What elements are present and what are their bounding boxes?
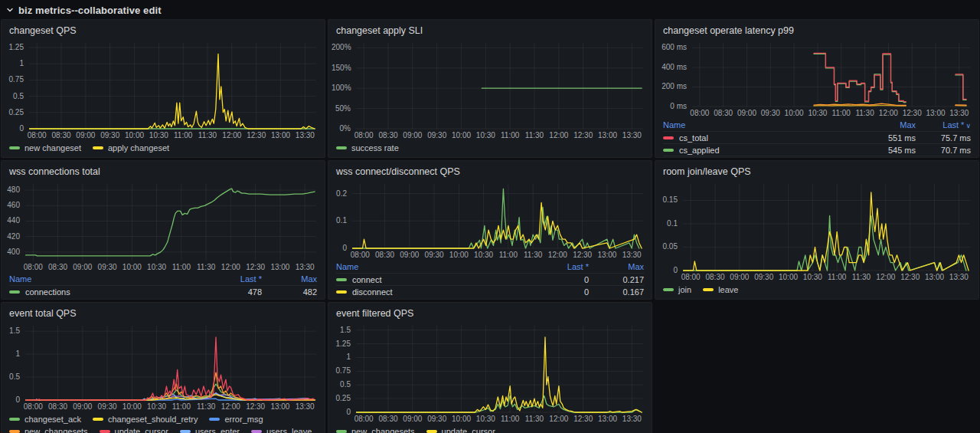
legend-item[interactable]: changeset_should_retry: [93, 415, 198, 424]
legend-series-name[interactable]: disconnect: [336, 287, 534, 297]
legend-table-header-name[interactable]: Name: [9, 274, 207, 284]
legend-label: update_cursor: [442, 427, 495, 433]
legend-table-row: disconnect00.167: [336, 285, 644, 297]
legend-table-header-max[interactable]: Max: [262, 274, 317, 284]
legend-label: success rate: [351, 143, 399, 153]
legend-swatch: [663, 149, 674, 152]
legend-series-name[interactable]: cs_total: [663, 133, 861, 143]
legend-item[interactable]: error_msg: [209, 415, 263, 424]
legend-series-name[interactable]: connect: [336, 275, 534, 284]
chevron-down-icon: [6, 6, 14, 14]
legend-table-header-max[interactable]: Max: [861, 120, 916, 130]
panel-title[interactable]: event total QPS: [2, 303, 325, 320]
legend-value: 0: [534, 287, 589, 297]
legend-value: 478: [207, 287, 262, 297]
legend-label: update_cursor: [115, 427, 168, 433]
grafana-dashboard: biz metrics--collaborative edit changese…: [0, 0, 980, 433]
panel-title[interactable]: room join/leave QPS: [655, 161, 978, 179]
chart-plot-area[interactable]: 0 ms200 ms400 ms600 ms08:0008:3009:0009:…: [658, 39, 974, 119]
chart-canvas: [332, 322, 647, 425]
legend-table-header-name[interactable]: Name: [336, 262, 534, 271]
legend-series-name[interactable]: connections: [9, 287, 207, 297]
panel-changeset-operate-latency-p99: changeset operate latency p990 ms200 ms4…: [655, 19, 979, 158]
panel-title[interactable]: changeset QPS: [2, 20, 325, 38]
legend-value: 44.0 ms: [861, 158, 916, 159]
panels-grid: changeset QPS00.250.50.7511.2508:0008:30…: [0, 18, 980, 433]
chart-plot-area[interactable]: 00.250.50.7511.2508:0008:3009:0009:3010:…: [5, 39, 320, 141]
legend-swatch: [9, 418, 20, 421]
legend-swatch: [336, 278, 347, 281]
sort-caret-icon: ∨: [965, 122, 971, 130]
legend-swatch: [100, 430, 110, 433]
legend-swatch: [93, 146, 103, 149]
legend-item[interactable]: users_enter: [180, 427, 240, 433]
legend-table-header-last[interactable]: Last *∨: [916, 120, 971, 130]
legend-table-header-last[interactable]: Last *: [534, 262, 589, 271]
legend-table-header-last[interactable]: Last *: [207, 274, 262, 284]
legend-series-name[interactable]: cs_applied: [663, 146, 861, 155]
legend-label: disconnect: [352, 287, 393, 297]
legend-value: 482: [262, 287, 317, 297]
legend-series-name[interactable]: cs_finished: [663, 158, 861, 159]
legend-value: 75.7 ms: [916, 133, 971, 143]
dashboard-row-header[interactable]: biz metrics--collaborative edit: [0, 0, 980, 18]
legend-table-header: NameLast *Max: [9, 273, 317, 285]
legend-item[interactable]: new changeset: [9, 143, 81, 153]
legend-table-row: connections478482: [9, 285, 317, 297]
chart-canvas: [5, 180, 320, 273]
legend-item[interactable]: apply changeset: [93, 143, 169, 153]
legend-swatch: [426, 430, 437, 433]
series-line-update-cursor: [26, 337, 314, 400]
chart-canvas: [332, 39, 647, 141]
legend-item[interactable]: new_changesets: [9, 427, 88, 433]
chart-plot-area[interactable]: 40042044046048008:0008:3009:0009:3010:00…: [5, 180, 320, 273]
series-line-new-changesets: [26, 372, 315, 400]
legend-label: new_changesets: [24, 427, 88, 433]
legend-item[interactable]: update_cursor: [100, 427, 168, 433]
legend-item[interactable]: leave: [703, 285, 738, 294]
panel-title[interactable]: changeset operate latency p99: [655, 20, 978, 38]
legend-swatch: [9, 146, 20, 149]
chart-canvas: [658, 39, 974, 119]
panel-title[interactable]: changeset apply SLI: [328, 20, 652, 38]
panel-event-filtered-qps: event filtered QPS00.250.50.7511.251.508…: [328, 302, 652, 433]
legend-label: error_msg: [224, 415, 263, 424]
legend-swatch: [180, 430, 191, 433]
row-title: biz metrics--collaborative edit: [18, 5, 162, 16]
legend-swatch: [251, 430, 262, 433]
series-line-apply-changeset: [30, 54, 315, 129]
legend-item[interactable]: new_changesets: [336, 427, 415, 433]
legend-value: 4.05 ms: [916, 158, 971, 159]
legend-item[interactable]: update_cursor: [426, 427, 495, 433]
legend-item[interactable]: changeset_ack: [9, 415, 81, 424]
chart-plot-area[interactable]: 00.10.208:0008:3009:0009:3010:0010:3011:…: [332, 180, 647, 261]
series-line-cs-total: [814, 53, 966, 101]
legend-table: NameLast *Maxconnect00.217disconnect00.1…: [336, 261, 644, 297]
legend-item[interactable]: success rate: [336, 143, 399, 153]
legend-value: 551 ms: [861, 133, 916, 143]
legend-swatch: [663, 288, 674, 291]
series-line-connections: [26, 189, 315, 256]
legend-value: 545 ms: [861, 146, 916, 155]
legend-table-header-max[interactable]: Max: [589, 262, 644, 271]
legend-table-header-name[interactable]: Name: [663, 120, 861, 130]
legend-table-row: cs_total551 ms75.7 ms: [663, 131, 971, 143]
panel-title[interactable]: wss connections total: [2, 161, 325, 179]
series-line-leave: [684, 192, 969, 271]
legend-table-row: cs_finished44.0 ms4.05 ms: [663, 156, 971, 158]
legend: joinleave: [655, 283, 978, 299]
panel-title[interactable]: event filtered QPS: [328, 303, 652, 320]
legend-table-row: cs_applied545 ms70.7 ms: [663, 143, 971, 156]
panel-room-join-leave-qps: room join/leave QPS00.050.10.1508:0008:3…: [655, 160, 979, 300]
legend-item[interactable]: users_leave: [251, 427, 312, 433]
legend-swatch: [9, 290, 20, 294]
chart-plot-area[interactable]: 00.250.50.7511.251.508:0008:3009:0009:30…: [332, 322, 647, 425]
chart-plot-area[interactable]: 00.050.10.1508:0008:3009:0009:3010:0010:…: [658, 180, 974, 283]
chart-plot-area[interactable]: 0%50%100%150%200%08:0008:3009:0009:3010:…: [332, 39, 647, 141]
chart-plot-area[interactable]: 00.511.508:0008:3009:0009:3010:0010:3011…: [5, 322, 320, 412]
legend-label: connect: [352, 275, 382, 284]
legend-item[interactable]: join: [663, 285, 691, 294]
panel-title[interactable]: wss connect/disconnect QPS: [328, 161, 652, 179]
chart-canvas: [5, 39, 320, 141]
panel-wss-connections-total: wss connections total40042044046048008:0…: [1, 160, 325, 300]
